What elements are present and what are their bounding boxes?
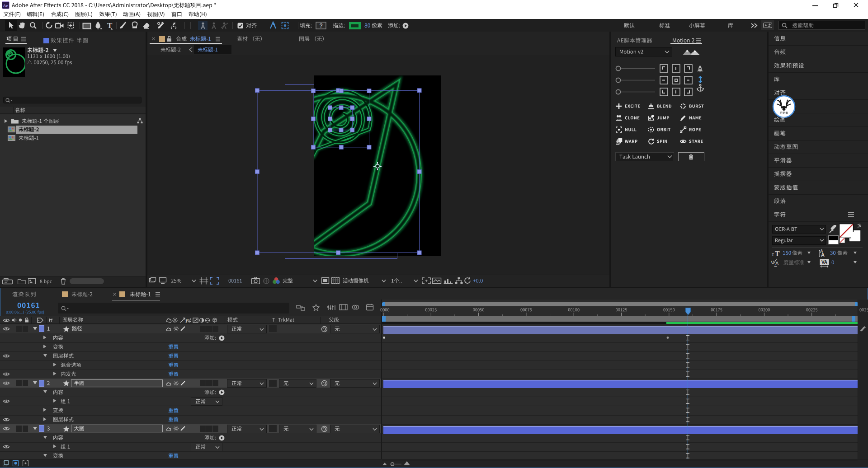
svg-text:Ae: Ae	[3, 4, 9, 8]
svg-text:T: T	[775, 250, 780, 257]
svg-text:f: f	[186, 319, 188, 323]
svg-text:A: A	[775, 261, 779, 266]
svg-text:A: A	[821, 252, 825, 257]
svg-text:V: V	[771, 260, 774, 265]
svg-text:VA: VA	[821, 260, 827, 265]
svg-text:?: ?	[320, 23, 323, 29]
svg-text:T: T	[107, 21, 113, 30]
svg-text:т: т	[772, 251, 774, 257]
